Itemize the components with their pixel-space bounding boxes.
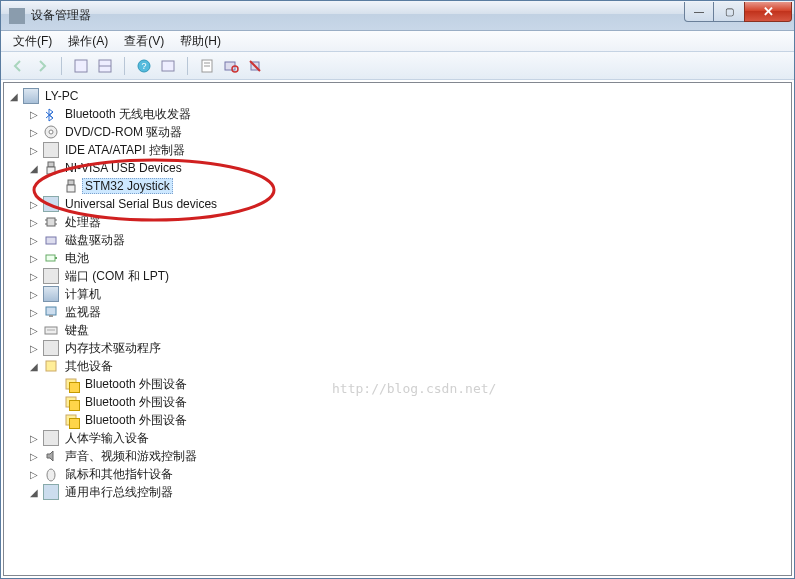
expand-icon[interactable]: ▷ <box>28 216 40 228</box>
tree-item-ide[interactable]: ▷ IDE ATA/ATAPI 控制器 <box>8 141 791 159</box>
tree-item-keyboard[interactable]: ▷ 键盘 <box>8 321 791 339</box>
expand-icon[interactable]: ▷ <box>28 198 40 210</box>
collapse-icon[interactable]: ◢ <box>28 360 40 372</box>
tree-item-ports[interactable]: ▷ 端口 (COM 和 LPT) <box>8 267 791 285</box>
expand-icon[interactable]: ▷ <box>28 468 40 480</box>
expand-icon[interactable]: ▷ <box>28 252 40 264</box>
tree-item-label: IDE ATA/ATAPI 控制器 <box>62 141 188 160</box>
tree-item-stm32[interactable]: STM32 Joystick <box>8 177 791 195</box>
root-label: LY-PC <box>42 88 81 104</box>
expand-icon[interactable]: ▷ <box>28 324 40 336</box>
tree-item-label: 计算机 <box>62 285 104 304</box>
computer-icon <box>43 286 59 302</box>
computer-icon <box>23 88 39 104</box>
svg-rect-17 <box>68 180 74 185</box>
tree-item-other[interactable]: ◢ 其他设备 <box>8 357 791 375</box>
tb-icon-2[interactable] <box>94 55 116 77</box>
toolbar: ? <box>1 52 794 80</box>
back-button <box>7 55 29 77</box>
logo-subtext: ELECFANS.COM <box>688 561 783 571</box>
usb-device-icon <box>63 178 79 194</box>
svg-rect-25 <box>46 255 55 261</box>
tree-item-sound[interactable]: ▷ 声音、视频和游戏控制器 <box>8 447 791 465</box>
svg-rect-19 <box>47 218 55 226</box>
expand-icon[interactable]: ▷ <box>28 342 40 354</box>
device-tree-panel[interactable]: ◢ LY-PC ▷ Bluetooth 无线电收发器 ▷ DVD/CD-ROM … <box>3 82 792 576</box>
menu-action[interactable]: 操作(A) <box>60 31 116 52</box>
expand-icon[interactable]: ▷ <box>28 144 40 156</box>
tree-item-battery[interactable]: ▷ 电池 <box>8 249 791 267</box>
expand-icon[interactable]: ▷ <box>28 288 40 300</box>
warning-device-icon <box>63 394 79 410</box>
tb-icon-3[interactable] <box>157 55 179 77</box>
tree-item-hid[interactable]: ▷ 人体学输入设备 <box>8 429 791 447</box>
svg-point-35 <box>47 469 55 481</box>
tree-item-bluetooth[interactable]: ▷ Bluetooth 无线电收发器 <box>8 105 791 123</box>
tree-item-mouse[interactable]: ▷ 鼠标和其他指针设备 <box>8 465 791 483</box>
collapse-icon[interactable]: ◢ <box>28 162 40 174</box>
tree-item-btperiph[interactable]: Bluetooth 外围设备 <box>8 375 791 393</box>
warning-device-icon <box>63 412 79 428</box>
logo-icon <box>656 544 682 570</box>
uninstall-icon[interactable] <box>244 55 266 77</box>
tree-item-label: Bluetooth 外围设备 <box>82 411 190 430</box>
disk-icon <box>43 232 59 248</box>
monitor-icon <box>43 304 59 320</box>
tree-item-memtech[interactable]: ▷ 内存技术驱动程序 <box>8 339 791 357</box>
tree-item-label: NI-VISA USB Devices <box>62 160 185 176</box>
tree-item-label: DVD/CD-ROM 驱动器 <box>62 123 185 142</box>
svg-rect-16 <box>47 167 55 174</box>
close-button[interactable]: ✕ <box>744 2 792 22</box>
tree-item-label: 鼠标和其他指针设备 <box>62 465 176 484</box>
tree-item-cpu[interactable]: ▷ 处理器 <box>8 213 791 231</box>
menu-help[interactable]: 帮助(H) <box>172 31 229 52</box>
svg-rect-26 <box>55 257 57 259</box>
disc-icon <box>43 124 59 140</box>
logo-text: 电子发烧友 <box>688 544 758 559</box>
tree-item-computer[interactable]: ▷ 计算机 <box>8 285 791 303</box>
expand-icon[interactable]: ▷ <box>28 270 40 282</box>
menu-view[interactable]: 查看(V) <box>116 31 172 52</box>
tree-item-dvd[interactable]: ▷ DVD/CD-ROM 驱动器 <box>8 123 791 141</box>
device-manager-window: 设备管理器 — ▢ ✕ 文件(F) 操作(A) 查看(V) 帮助(H) ? <box>0 0 795 579</box>
tree-item-btperiph[interactable]: Bluetooth 外围设备 <box>8 393 791 411</box>
keyboard-icon <box>43 322 59 338</box>
expand-icon[interactable]: ▷ <box>28 450 40 462</box>
content-area: ◢ LY-PC ▷ Bluetooth 无线电收发器 ▷ DVD/CD-ROM … <box>1 80 794 578</box>
tree-root[interactable]: ◢ LY-PC <box>8 87 791 105</box>
memory-icon <box>43 340 59 356</box>
tree-item-monitor[interactable]: ▷ 监视器 <box>8 303 791 321</box>
collapse-icon[interactable]: ◢ <box>28 486 40 498</box>
svg-rect-15 <box>48 162 54 167</box>
usb-bus-icon <box>43 484 59 500</box>
collapse-icon[interactable]: ◢ <box>8 90 20 102</box>
tree-item-btperiph[interactable]: Bluetooth 外围设备 <box>8 411 791 429</box>
tree-item-usbbus[interactable]: ◢ 通用串行总线控制器 <box>8 483 791 501</box>
tb-icon-1[interactable] <box>70 55 92 77</box>
tree-item-label: Universal Serial Bus devices <box>62 196 220 212</box>
tree-item-nivisa[interactable]: ◢ NI-VISA USB Devices <box>8 159 791 177</box>
maximize-button[interactable]: ▢ <box>714 2 744 22</box>
expand-icon[interactable]: ▷ <box>28 432 40 444</box>
expand-icon[interactable]: ▷ <box>28 108 40 120</box>
warning-device-icon <box>63 376 79 392</box>
usb-icon <box>43 160 59 176</box>
svg-rect-27 <box>46 307 56 315</box>
svg-rect-31 <box>46 361 56 371</box>
svg-rect-24 <box>46 237 56 244</box>
properties-icon[interactable] <box>196 55 218 77</box>
svg-rect-33 <box>66 397 76 407</box>
expand-icon[interactable]: ▷ <box>28 126 40 138</box>
port-icon <box>43 268 59 284</box>
help-icon[interactable]: ? <box>133 55 155 77</box>
expand-icon[interactable]: ▷ <box>28 306 40 318</box>
app-icon <box>9 8 25 24</box>
window-controls: — ▢ ✕ <box>684 2 792 22</box>
titlebar[interactable]: 设备管理器 — ▢ ✕ <box>1 1 794 31</box>
tree-item-usbdev[interactable]: ▷ Universal Serial Bus devices <box>8 195 791 213</box>
minimize-button[interactable]: — <box>684 2 714 22</box>
menu-file[interactable]: 文件(F) <box>5 31 60 52</box>
expand-icon[interactable]: ▷ <box>28 234 40 246</box>
tree-item-disk[interactable]: ▷ 磁盘驱动器 <box>8 231 791 249</box>
scan-icon[interactable] <box>220 55 242 77</box>
